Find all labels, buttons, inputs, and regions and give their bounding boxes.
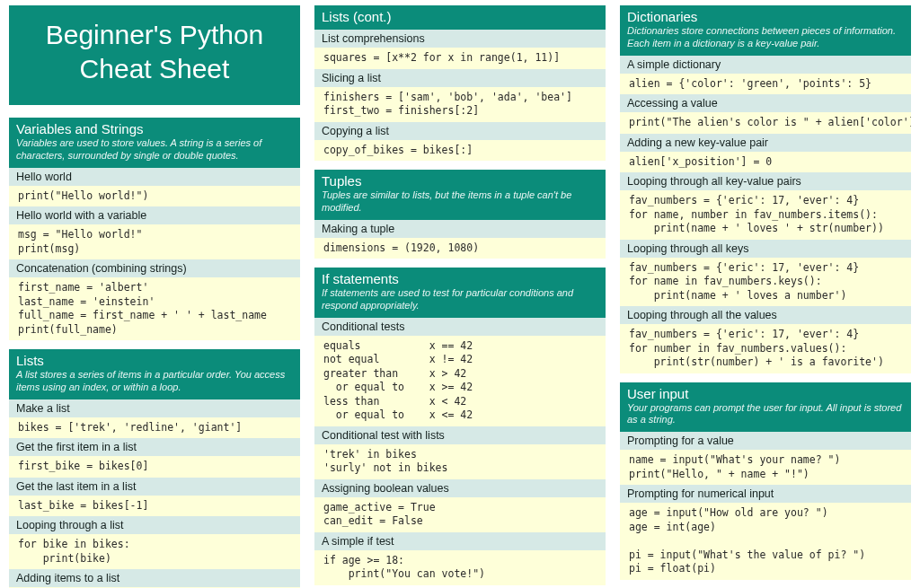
code-block: finishers = ['sam', 'bob', 'ada', 'bea']… bbox=[314, 87, 606, 122]
subsection-label: Hello world bbox=[9, 168, 300, 186]
subsection-label: Adding a new key-value pair bbox=[620, 134, 911, 152]
code-block: msg = "Hello world!" print(msg) bbox=[9, 224, 300, 259]
code-block: alien = {'color': 'green', 'points': 5} bbox=[620, 74, 911, 95]
subsection-label: Get the last item in a list bbox=[9, 478, 300, 496]
subsection-label: Looping through all keys bbox=[620, 240, 911, 258]
section-header: User inputYour programs can prompt the u… bbox=[620, 382, 911, 433]
subsection-label: Adding items to a list bbox=[9, 569, 300, 587]
code-block: game_active = True can_edit = False bbox=[314, 497, 606, 532]
page-title: Beginner's PythonCheat Sheet bbox=[9, 5, 300, 105]
section-description: Your programs can prompt the user for in… bbox=[627, 402, 904, 427]
subsection-label: A simple if test bbox=[314, 532, 606, 550]
code-block: last_bike = bikes[-1] bbox=[9, 496, 300, 517]
section-title: User input bbox=[627, 386, 904, 401]
section-title: Lists bbox=[16, 353, 293, 368]
section-description: Tuples are similar to lists, but the ite… bbox=[322, 189, 598, 215]
code-block: print("The alien's color is " + alien['c… bbox=[620, 112, 911, 134]
column-1: Beginner's PythonCheat SheetVariables an… bbox=[9, 5, 300, 588]
section-description: Dictionaries store connections between p… bbox=[627, 25, 904, 50]
code-block: print("Hello world!") bbox=[9, 186, 300, 207]
code-block: 'trek' in bikes 'surly' not in bikes bbox=[314, 444, 606, 479]
subsection-label: Hello world with a variable bbox=[9, 206, 300, 224]
subsection-label: Accessing a value bbox=[620, 94, 911, 112]
subsection-label: Concatenation (combining strings) bbox=[9, 259, 300, 277]
section-header: Lists (cont.) bbox=[314, 5, 606, 30]
subsection-label: Looping through all key-value pairs bbox=[620, 172, 911, 190]
code-block: bikes = ['trek', 'redline', 'giant'] bbox=[9, 417, 300, 439]
cheatsheet-page: Beginner's PythonCheat SheetVariables an… bbox=[0, 0, 920, 588]
subsection-label: Get the first item in a list bbox=[9, 438, 300, 456]
subsection-label: Prompting for numerical input bbox=[620, 485, 911, 503]
section-header: TuplesTuples are similar to lists, but t… bbox=[314, 170, 606, 220]
section-header: DictionariesDictionaries store connectio… bbox=[620, 5, 911, 56]
column-2: Lists (cont.)List comprehensionssquares … bbox=[314, 5, 606, 588]
section-title: Variables and Strings bbox=[16, 121, 293, 136]
code-block: copy_of_bikes = bikes[:] bbox=[314, 140, 606, 162]
code-block: first_name = 'albert' last_name = 'einst… bbox=[9, 277, 300, 340]
code-block: fav_numbers = {'eric': 17, 'ever': 4} fo… bbox=[620, 324, 911, 373]
code-block: age = input("How old are you? ") age = i… bbox=[620, 503, 911, 580]
subsection-label: Looping through all the values bbox=[620, 306, 911, 324]
code-block: fav_numbers = {'eric': 17, 'ever': 4} fo… bbox=[620, 190, 911, 240]
section-description: A list stores a series of items in a par… bbox=[16, 369, 293, 394]
subsection-label: Looping through a list bbox=[9, 516, 300, 534]
subsection-label: A simple dictionary bbox=[620, 56, 911, 74]
code-block: dimensions = (1920, 1080) bbox=[314, 238, 606, 259]
section-title: Dictionaries bbox=[627, 9, 904, 24]
code-block: for bike in bikes: print(bike) bbox=[9, 534, 300, 569]
subsection-label: Prompting for a value bbox=[620, 432, 911, 450]
section-title: Tuples bbox=[322, 173, 598, 189]
section-header: ListsA list stores a series of items in … bbox=[9, 349, 300, 399]
code-block: fav_numbers = {'eric': 17, 'ever': 4} fo… bbox=[620, 258, 911, 307]
column-3: DictionariesDictionaries store connectio… bbox=[620, 5, 911, 588]
code-block: squares = [x**2 for x in range(1, 11)] bbox=[314, 48, 606, 69]
subsection-label: Copying a list bbox=[314, 122, 606, 140]
code-block: equals x == 42 not equal x != 42 greater… bbox=[314, 336, 606, 426]
section-title: Lists (cont.) bbox=[322, 9, 598, 24]
section-description: Variables are used to store values. A st… bbox=[16, 137, 293, 162]
subsection-label: Assigning boolean values bbox=[314, 479, 606, 497]
subsection-label: Conditional tests bbox=[314, 318, 606, 336]
subsection-label: Making a tuple bbox=[314, 220, 606, 238]
section-header: If statementsIf statements are used to t… bbox=[314, 268, 606, 318]
subsection-label: Conditional test with lists bbox=[314, 426, 606, 444]
subsection-label: Make a list bbox=[9, 399, 300, 417]
code-block: first_bike = bikes[0] bbox=[9, 456, 300, 478]
section-header: Variables and StringsVariables are used … bbox=[9, 118, 300, 168]
section-title: If statements bbox=[322, 271, 598, 286]
subsection-label: Slicing a list bbox=[314, 69, 606, 87]
code-block: if age >= 18: print("You can vote!") bbox=[314, 550, 606, 585]
section-description: If statements are used to test for parti… bbox=[322, 287, 598, 312]
code-block: name = input("What's your name? ") print… bbox=[620, 450, 911, 485]
code-block: alien['x_position'] = 0 bbox=[620, 152, 911, 173]
subsection-label: List comprehensions bbox=[314, 30, 606, 48]
